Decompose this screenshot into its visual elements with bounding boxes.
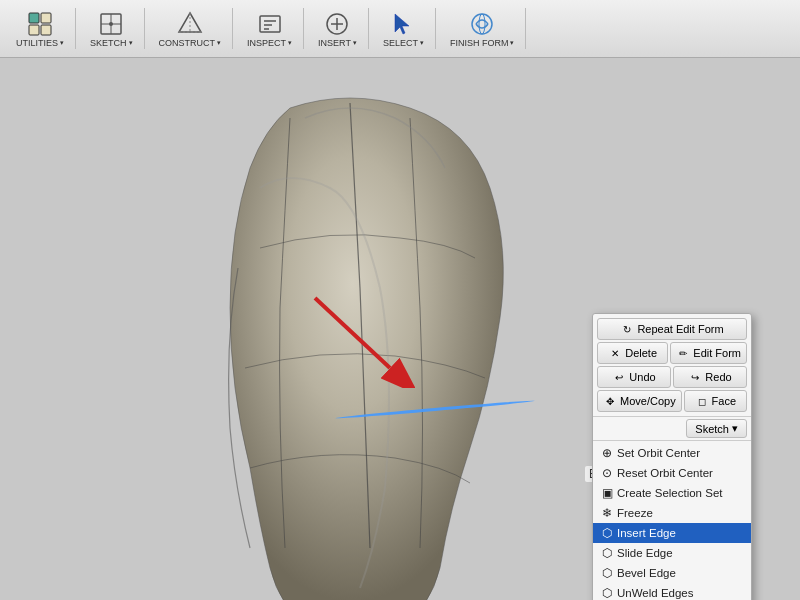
finish-form-label: FINISH FORM▾ [450, 38, 515, 48]
move-copy-button[interactable]: ✥ Move/Copy [597, 390, 682, 412]
svg-rect-3 [41, 25, 51, 35]
menu-item-freeze[interactable]: ❄ Freeze [593, 503, 751, 523]
redo-icon: ↪ [688, 370, 702, 384]
unweld-edges-icon: ⬡ [599, 585, 615, 600]
menu-items-list: ⊕ Set Orbit Center ⊙ Reset Orbit Center … [593, 441, 751, 600]
svg-rect-0 [29, 13, 39, 23]
repeat-icon: ↻ [620, 322, 634, 336]
insert-label: INSERT▾ [318, 38, 357, 48]
freeze-icon: ❄ [599, 505, 615, 521]
movecopy-face-row: ✥ Move/Copy ◻ Face [597, 390, 747, 412]
undo-button[interactable]: ↩ Undo [597, 366, 671, 388]
svg-point-19 [472, 14, 492, 34]
finish-form-icon [468, 10, 496, 38]
menu-item-unweld-edges[interactable]: ⬡ UnWeld Edges [593, 583, 751, 600]
inspect-btn[interactable]: INSPECT▾ [243, 8, 296, 50]
set-orbit-center-icon: ⊕ [599, 445, 615, 461]
delete-icon: ✕ [608, 346, 622, 360]
menu-item-create-selection-set[interactable]: ▣ Create Selection Set [593, 483, 751, 503]
reset-orbit-center-icon: ⊙ [599, 465, 615, 481]
delete-button[interactable]: ✕ Delete [597, 342, 668, 364]
menu-item-slide-edge[interactable]: ⬡ Slide Edge [593, 543, 751, 563]
move-copy-icon: ✥ [603, 394, 617, 408]
svg-rect-1 [41, 13, 51, 23]
viewport: Edge ↻ Repeat Edit Form ✕ Delete ✏ Edit … [0, 58, 800, 600]
menu-item-reset-orbit-center[interactable]: ⊙ Reset Orbit Center [593, 463, 751, 483]
menu-item-set-orbit-center[interactable]: ⊕ Set Orbit Center [593, 443, 751, 463]
toolbar-group-select: SELECT▾ [371, 0, 436, 57]
inspect-label: INSPECT▾ [247, 38, 292, 48]
insert-icon [323, 10, 351, 38]
delete-editform-row: ✕ Delete ✏ Edit Form [597, 342, 747, 364]
3d-shape [130, 88, 570, 600]
context-menu: ↻ Repeat Edit Form ✕ Delete ✏ Edit Form … [592, 313, 752, 600]
toolbar-group-insert: INSERT▾ [306, 0, 369, 57]
inspect-icon [256, 10, 284, 38]
construct-label: CONSTRUCT▾ [159, 38, 222, 48]
create-selection-set-icon: ▣ [599, 485, 615, 501]
utilities-btn[interactable]: UTILITIES▾ [12, 8, 68, 50]
select-btn[interactable]: SELECT▾ [379, 8, 428, 50]
utilities-icon [26, 10, 54, 38]
insert-edge-icon: ⬡ [599, 525, 615, 541]
menu-top-section: ↻ Repeat Edit Form ✕ Delete ✏ Edit Form … [593, 314, 751, 417]
redo-button[interactable]: ↪ Redo [673, 366, 747, 388]
construct-btn[interactable]: CONSTRUCT▾ [155, 8, 226, 50]
svg-point-7 [109, 22, 113, 26]
svg-rect-2 [29, 25, 39, 35]
toolbar-group-finish-form: FINISH FORM▾ [438, 0, 527, 57]
menu-item-bevel-edge[interactable]: ⬡ Bevel Edge [593, 563, 751, 583]
select-label: SELECT▾ [383, 38, 424, 48]
sketch-dropdown-icon: ▾ [732, 422, 738, 435]
sketch-icon [97, 10, 125, 38]
sketch-dropdown-button[interactable]: Sketch ▾ [686, 419, 747, 438]
sketch-btn[interactable]: SKETCH▾ [86, 8, 137, 50]
undo-redo-row: ↩ Undo ↪ Redo [597, 366, 747, 388]
finish-form-btn[interactable]: FINISH FORM▾ [446, 8, 519, 50]
construct-icon [176, 10, 204, 38]
undo-icon: ↩ [612, 370, 626, 384]
insert-btn[interactable]: INSERT▾ [314, 8, 361, 50]
toolbar-group-construct: CONSTRUCT▾ [147, 0, 234, 57]
svg-marker-18 [395, 14, 409, 34]
repeat-row: ↻ Repeat Edit Form [597, 318, 747, 340]
svg-point-20 [479, 14, 485, 34]
face-button[interactable]: ◻ Face [684, 390, 747, 412]
toolbar-group-inspect: INSPECT▾ [235, 0, 304, 57]
repeat-edit-form-button[interactable]: ↻ Repeat Edit Form [597, 318, 747, 340]
toolbar-group-sketch: SKETCH▾ [78, 0, 145, 57]
edit-form-button[interactable]: ✏ Edit Form [670, 342, 747, 364]
toolbar-group-utilities: UTILITIES▾ [4, 0, 76, 57]
utilities-label: UTILITIES▾ [16, 38, 64, 48]
select-icon [389, 10, 417, 38]
face-icon: ◻ [695, 394, 709, 408]
sketch-label: SKETCH▾ [90, 38, 133, 48]
sketch-row: Sketch ▾ [593, 417, 751, 441]
toolbar: UTILITIES▾ SKETCH▾ [0, 0, 800, 58]
bevel-edge-icon: ⬡ [599, 565, 615, 581]
edit-form-icon: ✏ [676, 346, 690, 360]
svg-rect-11 [260, 16, 280, 32]
menu-item-insert-edge[interactable]: ⬡ Insert Edge [593, 523, 751, 543]
slide-edge-icon: ⬡ [599, 545, 615, 561]
